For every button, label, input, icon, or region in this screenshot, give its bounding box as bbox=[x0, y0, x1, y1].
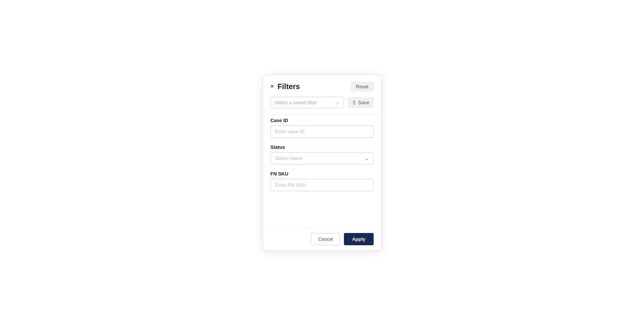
cancel-button[interactable]: Cancel bbox=[311, 233, 340, 245]
status-select[interactable]: Select status Open Closed Pending bbox=[270, 152, 374, 164]
save-upload-icon: ↥ bbox=[352, 100, 356, 105]
case-id-field-group: Case ID bbox=[270, 118, 374, 138]
save-button[interactable]: ↥ Save bbox=[348, 97, 374, 108]
body-spacer bbox=[270, 198, 374, 220]
saved-filter-placeholder: Select a saved filter bbox=[274, 100, 316, 105]
case-id-input[interactable] bbox=[270, 125, 374, 138]
apply-button[interactable]: Apply bbox=[344, 233, 374, 245]
saved-filter-row: Select a saved filter ⌄ ↥ Save bbox=[263, 97, 381, 114]
save-label: Save bbox=[358, 100, 369, 105]
status-field-group: Status Select status Open Closed Pending… bbox=[270, 144, 374, 164]
saved-filter-dropdown[interactable]: Select a saved filter ⌄ bbox=[270, 97, 344, 108]
fn-sku-label: FN SKU bbox=[270, 171, 374, 177]
chevron-down-icon: ⌄ bbox=[336, 100, 340, 105]
case-id-label: Case ID bbox=[270, 118, 374, 123]
status-label: Status bbox=[270, 144, 374, 150]
modal-header: × Filters Reset bbox=[263, 75, 381, 97]
modal-title-group: × Filters bbox=[270, 82, 300, 91]
modal-overlay: × Filters Reset Select a saved filter ⌄ … bbox=[0, 0, 644, 325]
modal-title: Filters bbox=[277, 82, 300, 91]
status-select-wrapper: Select status Open Closed Pending ⌄ bbox=[270, 152, 374, 164]
fn-sku-field-group: FN SKU bbox=[270, 171, 374, 191]
filters-modal: × Filters Reset Select a saved filter ⌄ … bbox=[263, 75, 381, 251]
modal-body: Case ID Status Select status Open Closed… bbox=[263, 114, 381, 227]
close-icon[interactable]: × bbox=[270, 83, 274, 90]
fn-sku-input[interactable] bbox=[270, 179, 374, 191]
modal-footer: Cancel Apply bbox=[263, 227, 381, 250]
reset-button[interactable]: Reset bbox=[351, 82, 374, 92]
